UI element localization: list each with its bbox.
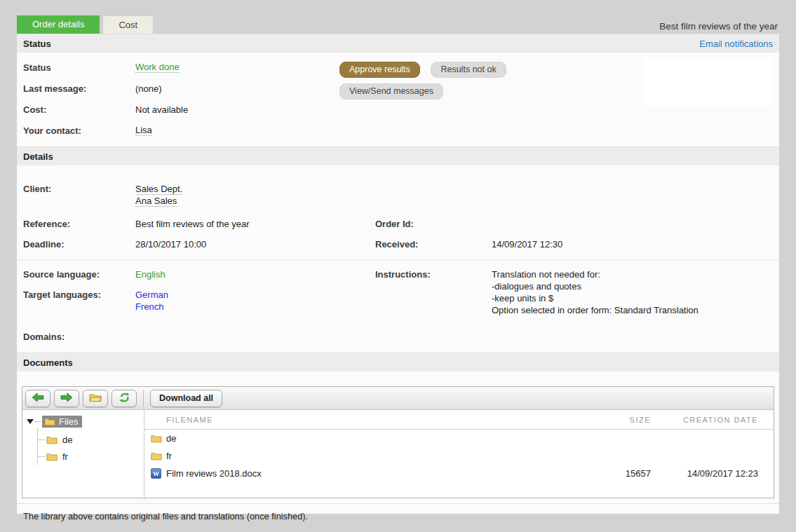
file-size: 15657 (584, 468, 651, 479)
folder-icon (46, 435, 58, 444)
reference-value: Best film reviews of the year (135, 219, 375, 230)
file-name: de (166, 433, 584, 444)
folder-icon (151, 434, 162, 443)
cost-value: Not available (135, 104, 188, 115)
documents-main: Files defr FILENAME SIZE CREATION DATE d… (22, 410, 774, 498)
domains-label: Domains: (23, 332, 135, 343)
results-not-ok-button[interactable]: Results not ok (431, 62, 506, 78)
tab-order-details[interactable]: Order details (17, 15, 100, 34)
deadline-row: Deadline: 28/10/2017 10:00 Received: 14/… (17, 239, 779, 250)
download-all-button[interactable]: Download all (150, 390, 222, 407)
client-label: Client: (23, 184, 135, 207)
received-value: 14/09/2017 12:30 (492, 239, 773, 250)
email-notifications-link[interactable]: Email notifications (699, 39, 773, 49)
contact-row: Your contact: Lisa (17, 120, 779, 141)
size-column-header[interactable]: SIZE (584, 416, 651, 424)
target-language-french[interactable]: French (135, 301, 163, 312)
details-section-title: Details (23, 151, 53, 162)
view-send-messages-button[interactable]: View/Send messages (339, 83, 443, 100)
source-language-value: English (135, 269, 166, 280)
documents-panel: Download all Files defr FILENAME SIZE (22, 386, 774, 498)
approve-results-button[interactable]: Approve results (339, 62, 420, 78)
client-value: Sales Dept. Ana Sales (135, 184, 375, 207)
file-name: Film reviews 2018.docx (166, 468, 584, 479)
file-date: 14/09/2017 12:23 (651, 468, 774, 479)
folder-icon (151, 451, 162, 461)
instructions-label: Instructions: (375, 269, 492, 317)
tab-cost[interactable]: Cost (102, 15, 154, 34)
status-buttons: Approve results Results not ok View/Send… (339, 62, 506, 100)
status-body: Status Work done Last message: (none) Co… (17, 53, 779, 146)
last-message-value: (none) (135, 83, 162, 94)
tab-bar: Order details Cost (17, 15, 154, 34)
order-id-label: Order Id: (375, 219, 492, 230)
status-side-panel (643, 57, 772, 106)
documents-section-title: Documents (23, 357, 73, 368)
tree-root-label: Files (59, 416, 78, 427)
domains-row: Domains: (17, 332, 779, 343)
order-id-value (492, 219, 773, 230)
tree-item-label: fr (62, 451, 68, 462)
file-row-folder[interactable]: fr (144, 447, 774, 465)
back-arrow-icon (32, 393, 44, 404)
target-language-german[interactable]: German (135, 289, 168, 300)
documents-toolbar: Download all (22, 387, 774, 410)
reference-label: Reference: (23, 219, 135, 230)
cost-label: Cost: (23, 104, 135, 115)
reference-row: Reference: Best film reviews of the year… (17, 219, 779, 230)
domains-value (135, 332, 375, 343)
target-languages-label: Target languages: (23, 289, 135, 313)
tree-item-label: de (62, 435, 72, 445)
tree-expander-icon[interactable] (27, 419, 34, 424)
client-dept[interactable]: Sales Dept. (135, 184, 182, 195)
forward-button[interactable] (54, 390, 79, 407)
deadline-value: 28/10/2017 10:00 (135, 239, 375, 250)
toolbar-separator (143, 390, 144, 407)
page-title: Best film reviews of the year (659, 21, 778, 32)
status-value[interactable]: Work done (135, 62, 180, 73)
refresh-button[interactable] (112, 390, 137, 407)
languages-row: Source language: English Target language… (17, 269, 779, 317)
tree-connector (38, 439, 45, 440)
open-folder-button[interactable] (83, 390, 108, 407)
file-row-document[interactable]: WFilm reviews 2018.docx1565714/09/2017 1… (144, 465, 774, 482)
client-row: Client: Sales Dept. Ana Sales (17, 184, 779, 207)
tree-connector (38, 456, 45, 457)
filename-column-header[interactable]: FILENAME (166, 416, 584, 424)
tree-item-fr[interactable]: fr (38, 448, 144, 465)
file-list: FILENAME SIZE CREATION DATE defrWFilm re… (144, 410, 774, 498)
tree-connector (35, 421, 41, 422)
word-doc-icon: W (151, 468, 161, 479)
instructions-line: -dialogues and quotes (492, 281, 773, 292)
status-section-title: Status (23, 39, 51, 49)
refresh-icon (119, 392, 130, 405)
instructions-line: Translation not needed for: (492, 269, 773, 280)
file-list-header: FILENAME SIZE CREATION DATE (144, 410, 774, 430)
received-label: Received: (375, 239, 492, 250)
folder-icon (46, 452, 58, 461)
status-label: Status (23, 62, 135, 73)
instructions-value: Translation not needed for:-dialogues an… (492, 269, 773, 317)
open-folder-icon (89, 393, 102, 404)
documents-section-header: Documents (17, 353, 779, 371)
target-languages-list: GermanFrench (135, 289, 168, 313)
client-person[interactable]: Ana Sales (135, 196, 177, 207)
file-rows: defrWFilm reviews 2018.docx1565714/09/20… (144, 430, 774, 482)
source-language-label: Source language: (23, 269, 135, 280)
details-section-header: Details (17, 146, 779, 165)
library-note: The library above contains original file… (17, 504, 779, 521)
creation-date-column-header[interactable]: CREATION DATE (651, 416, 774, 424)
last-message-label: Last message: (23, 83, 135, 94)
contact-label: Your contact: (23, 125, 135, 136)
status-section-header: Status Email notifications (17, 34, 779, 53)
tree-item-de[interactable]: de (38, 431, 144, 448)
tree-children: defr (37, 428, 144, 465)
instructions-line: -keep units in $ (492, 293, 773, 304)
back-button[interactable] (25, 390, 50, 407)
file-row-folder[interactable]: de (144, 430, 774, 447)
order-details-card: Status Email notifications Status Work d… (17, 34, 779, 514)
contact-value[interactable]: Lisa (135, 125, 152, 136)
details-divider (17, 259, 779, 260)
tree-root-files[interactable]: Files (22, 414, 144, 428)
forward-arrow-icon (60, 393, 73, 404)
